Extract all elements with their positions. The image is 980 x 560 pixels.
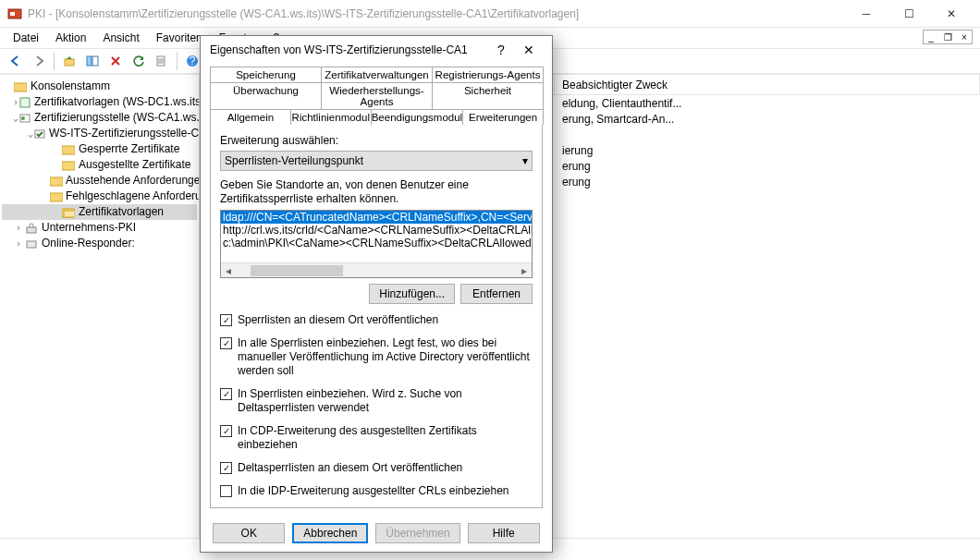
svg-rect-1 <box>10 12 15 16</box>
export-list-button[interactable] <box>152 51 172 71</box>
cancel-button[interactable]: Abbrechen <box>292 523 368 543</box>
forward-button[interactable] <box>29 51 49 71</box>
folder-icon <box>61 158 76 173</box>
checkbox[interactable] <box>220 462 232 474</box>
template-icon <box>18 95 31 110</box>
checkbox-label: In CDP-Erweiterung des ausgestellten Zer… <box>238 424 533 452</box>
help-button[interactable]: Hilfe <box>468 523 540 543</box>
back-button[interactable] <box>6 51 26 71</box>
svg-rect-2 <box>65 59 74 66</box>
dialog-title: Eigenschaften von WS-ITS-Zertifizierungs… <box>210 43 487 56</box>
maximize-button[interactable]: ☐ <box>888 0 930 28</box>
window-titlebar: PKI - [Konsolenstamm\Zertifizierungsstel… <box>0 0 980 28</box>
list-item[interactable]: c:\admin\PKI\<CaName><CRLNameSuffix><Del… <box>221 237 532 250</box>
expand-icon[interactable]: › <box>13 220 24 236</box>
tree-item-selected[interactable]: Zertifikatvorlagen <box>79 204 164 220</box>
remove-button[interactable]: Entfernen <box>460 284 533 304</box>
dialog-titlebar[interactable]: Eigenschaften von WS-ITS-Zertifizierungs… <box>201 36 552 63</box>
list-item[interactable]: http://crl.ws.its/crld/<CaName><CRLNameS… <box>221 224 532 237</box>
mdi-window-controls: _ ❐ × <box>923 30 973 44</box>
tree-item[interactable]: Zertifizierungsstelle (WS-CA1.ws.its) <box>34 110 200 126</box>
checkbox-row[interactable]: In die IDP-Erweiterung ausgestellter CRL… <box>220 484 533 498</box>
checkbox-row[interactable]: In alle Sperrlisten einbeziehen. Legt fe… <box>220 336 533 378</box>
ok-button[interactable]: OK <box>213 523 285 543</box>
checkbox[interactable] <box>220 425 232 437</box>
refresh-button[interactable] <box>129 51 149 71</box>
tab-recovery[interactable]: Wiederherstellungs-Agents <box>321 82 433 109</box>
folder-open-icon <box>61 205 76 220</box>
pki-icon <box>24 221 39 236</box>
up-button[interactable] <box>59 51 80 71</box>
tab-strip: Speicherung Zertifikatverwaltungen Regis… <box>210 67 543 125</box>
app-icon <box>7 6 22 21</box>
tab-policy[interactable]: Richtlinienmodul <box>290 109 372 125</box>
delete-button[interactable] <box>105 51 126 71</box>
checkbox-label: In alle Sperrlisten einbeziehen. Legt fe… <box>238 336 533 378</box>
svg-rect-20 <box>27 241 36 248</box>
scroll-thumb[interactable] <box>251 265 343 276</box>
mdi-minimize[interactable]: _ <box>924 30 938 43</box>
properties-dialog: Eigenschaften von WS-ITS-Zertifizierungs… <box>200 35 553 553</box>
extension-description: Geben Sie Standorte an, von denen Benutz… <box>220 178 533 206</box>
horizontal-scrollbar[interactable]: ◂ ▸ <box>221 262 532 277</box>
checkbox-row[interactable]: Sperrlisten an diesem Ort veröffentliche… <box>220 313 533 327</box>
add-button[interactable]: Hinzufügen... <box>369 284 455 304</box>
tab-audit[interactable]: Überwachung <box>210 82 322 109</box>
dialog-close-button[interactable]: ✕ <box>515 43 543 57</box>
mdi-close[interactable]: × <box>957 30 972 43</box>
svg-text:?: ? <box>190 55 196 67</box>
tree-item[interactable]: Fehlgeschlagene Anforderungen <box>66 189 200 204</box>
mdi-restore[interactable]: ❐ <box>940 30 955 43</box>
extension-combo[interactable]: Sperrlisten-Verteilungspunkt ▾ <box>220 151 533 171</box>
tab-storage[interactable]: Speicherung <box>210 67 322 82</box>
svg-rect-16 <box>50 193 63 201</box>
tab-exit[interactable]: Beendigungsmodul <box>371 109 463 125</box>
scroll-left-icon[interactable]: ◂ <box>221 263 236 278</box>
tree-item[interactable]: Ausstehende Anforderungen <box>66 173 200 189</box>
apply-button: Übernehmen <box>375 523 459 543</box>
folder-icon <box>13 79 28 94</box>
minimize-button[interactable]: ─ <box>845 0 888 28</box>
ca-ok-icon <box>33 127 46 141</box>
expand-icon[interactable]: › <box>13 236 24 251</box>
extension-label: Erweiterung auswählen: <box>220 134 533 147</box>
column-purpose[interactable]: Beabsichtigter Zweck <box>555 75 980 94</box>
checkbox-label: In Sperrlisten einbeziehen. Wird z. Such… <box>238 387 533 415</box>
ca-icon <box>18 111 31 126</box>
checkbox[interactable] <box>220 485 232 497</box>
tab-agents[interactable]: Registrierungs-Agents <box>432 67 544 82</box>
checkbox[interactable] <box>220 337 232 349</box>
close-button[interactable]: ✕ <box>930 0 973 28</box>
tab-security[interactable]: Sicherheit <box>432 82 544 109</box>
tree-item[interactable]: Unternehmens-PKI <box>42 220 136 236</box>
tree-item[interactable]: Ausgestellte Zertifikate <box>79 157 190 173</box>
checkbox[interactable] <box>220 388 232 400</box>
checkbox[interactable] <box>220 314 232 326</box>
tab-panel-extensions: Erweiterung auswählen: Sperrlisten-Verte… <box>210 124 543 508</box>
checkbox-row[interactable]: In CDP-Erweiterung des ausgestellten Zer… <box>220 424 533 452</box>
tree-item[interactable]: Zertifikatvorlagen (WS-DC1.ws.its) <box>34 94 200 110</box>
tree-item[interactable]: Online-Responder: <box>42 236 135 251</box>
dialog-help-button[interactable]: ? <box>487 43 515 57</box>
menu-file[interactable]: Datei <box>6 30 46 46</box>
checkbox-row[interactable]: Deltasperrlisten an diesem Ort veröffent… <box>220 461 533 475</box>
tab-extensions[interactable]: Erweiterungen <box>462 109 544 125</box>
menu-view[interactable]: Ansicht <box>95 30 146 46</box>
folder-icon <box>50 174 63 189</box>
show-hide-tree-button[interactable] <box>82 51 103 71</box>
scroll-right-icon[interactable]: ▸ <box>517 263 532 278</box>
tree-root[interactable]: Konsolenstamm <box>31 79 110 94</box>
svg-rect-18 <box>64 211 75 217</box>
svg-rect-4 <box>92 56 98 66</box>
responder-icon <box>24 237 39 251</box>
tree-item[interactable]: WS-ITS-Zertifizierungsstelle-CA1 <box>49 126 200 141</box>
tab-general[interactable]: Allgemein <box>210 109 291 125</box>
svg-point-11 <box>21 116 25 120</box>
checkbox-row[interactable]: In Sperrlisten einbeziehen. Wird z. Such… <box>220 387 533 415</box>
tab-certmgmt[interactable]: Zertifikatverwaltungen <box>321 67 433 82</box>
cdp-listbox[interactable]: ldap:///CN=<CATruncatedName><CRLNameSuff… <box>220 210 533 278</box>
console-tree[interactable]: Konsolenstamm ›Zertifikatvorlagen (WS-DC… <box>0 75 200 538</box>
tree-item[interactable]: Gesperrte Zertifikate <box>79 141 179 157</box>
menu-action[interactable]: Aktion <box>48 30 93 46</box>
list-item[interactable]: ldap:///CN=<CATruncatedName><CRLNameSuff… <box>221 211 532 224</box>
